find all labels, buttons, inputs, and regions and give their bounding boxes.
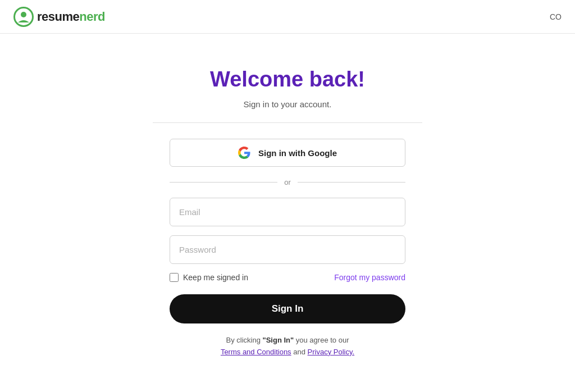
or-line-left xyxy=(170,182,277,183)
header-right-text: CO xyxy=(550,12,562,21)
email-input[interactable] xyxy=(170,198,405,226)
top-divider xyxy=(153,122,422,123)
or-text: or xyxy=(284,178,291,186)
subtitle-text: Sign in to your account. xyxy=(244,99,332,109)
google-icon xyxy=(238,147,250,159)
page-title: Welcome back! xyxy=(210,67,365,92)
legal-text: By clicking "Sign In" you agree to our T… xyxy=(170,335,405,358)
legal-bold: "Sign In" xyxy=(263,336,294,344)
main-content: Welcome back! Sign in to your account. S… xyxy=(0,34,575,358)
svg-point-1 xyxy=(21,12,26,17)
or-line-right xyxy=(298,182,405,183)
login-form: Sign in with Google or Keep me signed in… xyxy=(170,139,405,358)
remember-label: Keep me signed in xyxy=(183,273,248,282)
google-signin-button[interactable]: Sign in with Google xyxy=(170,139,405,167)
google-btn-label: Sign in with Google xyxy=(258,148,337,158)
terms-link[interactable]: Terms and Conditions xyxy=(221,348,291,356)
legal-and: and xyxy=(291,348,308,356)
remember-checkbox[interactable] xyxy=(170,273,179,282)
forgot-password-link[interactable]: Forgot my password xyxy=(334,273,405,282)
or-divider: or xyxy=(170,178,405,186)
password-input[interactable] xyxy=(170,235,405,264)
sign-in-button[interactable]: Sign In xyxy=(170,294,405,323)
logo-icon xyxy=(13,7,34,27)
header: resumenerd CO xyxy=(0,0,575,34)
privacy-link[interactable]: Privacy Policy. xyxy=(308,348,355,356)
logo-text: resumenerd xyxy=(37,10,105,24)
legal-prefix: By clicking xyxy=(226,336,263,344)
legal-mid: you agree to our xyxy=(294,336,349,344)
remember-left: Keep me signed in xyxy=(170,273,248,282)
remember-row: Keep me signed in Forgot my password xyxy=(170,273,405,282)
logo[interactable]: resumenerd xyxy=(13,7,105,27)
